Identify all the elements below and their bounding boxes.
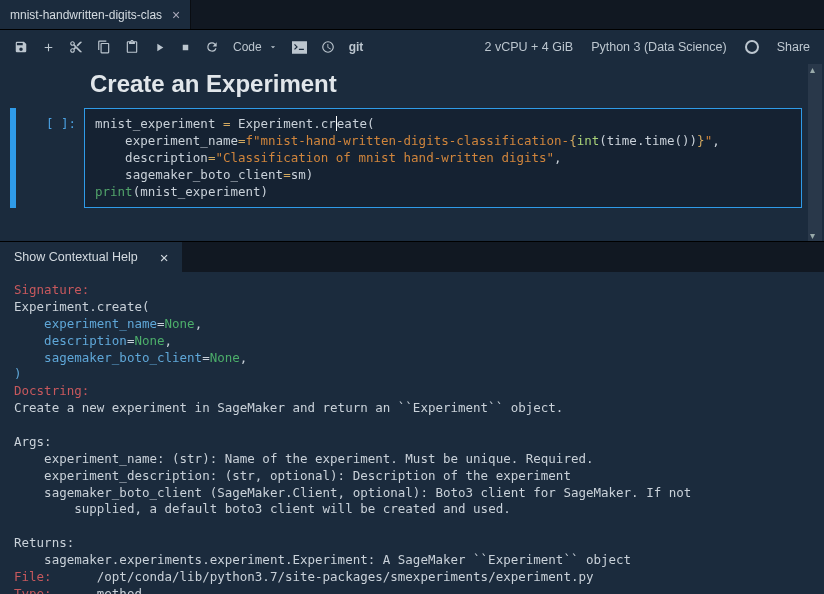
- run-icon[interactable]: [153, 41, 166, 54]
- close-icon[interactable]: ×: [172, 7, 180, 23]
- editor-tab[interactable]: mnist-handwritten-digits-clas ×: [0, 0, 191, 29]
- add-cell-icon[interactable]: [42, 41, 55, 54]
- help-tab-title: Show Contextual Help: [14, 250, 138, 264]
- markdown-heading: Create an Experiment: [0, 64, 824, 108]
- docstring-label: Docstring:: [14, 383, 89, 398]
- scrollbar-vertical[interactable]: [808, 64, 822, 241]
- terminal-icon[interactable]: [292, 41, 307, 54]
- save-icon[interactable]: [14, 40, 28, 54]
- tab-title: mnist-handwritten-digits-clas: [10, 8, 162, 22]
- cell-type-select[interactable]: Code: [233, 40, 278, 54]
- cut-icon[interactable]: [69, 40, 83, 54]
- restart-icon[interactable]: [205, 40, 219, 54]
- type-value: method: [97, 586, 142, 594]
- help-tab-bar: Show Contextual Help ×: [0, 242, 824, 272]
- git-button[interactable]: git: [349, 40, 364, 54]
- kernel-status-icon[interactable]: [745, 40, 759, 54]
- editor-tab-bar: mnist-handwritten-digits-clas ×: [0, 0, 824, 30]
- notebook-body: Create an Experiment [ ]: mnist_experime…: [0, 64, 824, 242]
- paste-icon[interactable]: [125, 40, 139, 54]
- code-cell[interactable]: [ ]: mnist_experiment = Experiment.creat…: [10, 108, 802, 208]
- close-icon[interactable]: ×: [160, 249, 169, 266]
- chevron-down-icon: [268, 42, 278, 52]
- copy-icon[interactable]: [97, 40, 111, 54]
- svg-rect-0: [292, 41, 307, 54]
- file-label: File:: [14, 569, 52, 584]
- contextual-help-panel: Signature: Experiment.create( experiment…: [0, 272, 824, 594]
- cell-type-label: Code: [233, 40, 262, 54]
- cell-active-indicator: [10, 108, 16, 208]
- signature-label: Signature:: [14, 282, 89, 297]
- share-button[interactable]: Share: [777, 40, 810, 54]
- schedule-icon[interactable]: [321, 40, 335, 54]
- docstring-body: Create a new experiment in SageMaker and…: [14, 400, 691, 567]
- stop-icon[interactable]: [180, 42, 191, 53]
- help-tab[interactable]: Show Contextual Help ×: [0, 242, 182, 272]
- code-editor[interactable]: mnist_experiment = Experiment.create( ex…: [84, 108, 802, 208]
- compute-status[interactable]: 2 vCPU + 4 GiB: [485, 40, 574, 54]
- type-label: Type:: [14, 586, 52, 594]
- cell-prompt: [ ]:: [18, 108, 84, 208]
- kernel-name[interactable]: Python 3 (Data Science): [591, 40, 727, 54]
- file-value: /opt/conda/lib/python3.7/site-packages/s…: [97, 569, 594, 584]
- notebook-toolbar: Code git 2 vCPU + 4 GiB Python 3 (Data S…: [0, 30, 824, 64]
